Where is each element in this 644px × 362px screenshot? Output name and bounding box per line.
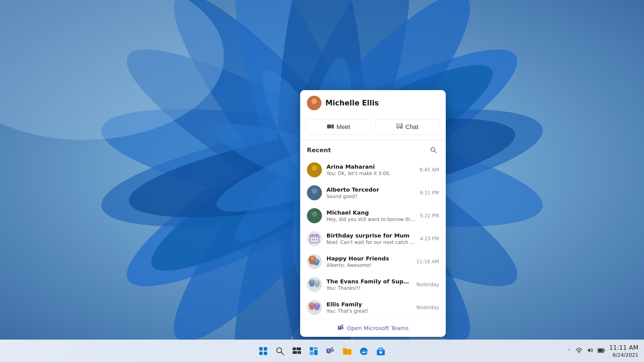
chat-preview: Alberto: Awesome! [326,262,412,268]
svg-text:T: T [328,349,330,352]
svg-point-61 [310,306,314,310]
svg-rect-67 [259,347,263,351]
chat-name: Arina Maharani [326,163,415,170]
chat-info: Alberto Tercedor Sound good? [326,186,416,199]
chat-time: 5:22 PM [420,213,439,218]
chat-avatar [307,162,322,177]
chat-info: The Evans Family of Supers You: Thanks!!… [326,278,411,291]
chat-info: Birthday surprise for Mum Noel: Can't wa… [326,232,416,245]
svg-rect-70 [264,352,267,355]
svg-rect-38 [310,235,319,238]
chat-avatar [307,300,322,315]
store-button[interactable] [374,344,388,358]
svg-point-46 [311,257,314,260]
chat-info: Michael Kang Hey, did you still want to … [326,209,416,222]
open-teams-button[interactable]: T Open Microsoft Teams [300,319,446,337]
panel-user-name: Michelle Ellis [325,99,379,107]
svg-rect-75 [293,351,297,354]
svg-point-54 [310,283,314,287]
recent-title: Recent [307,147,331,154]
chat-item[interactable]: Arina Maharani You: OK, let's make it 3:… [300,158,446,181]
chat-item[interactable]: The Evans Family of Supers You: Thanks!!… [300,273,446,296]
recent-section: Recent Arina M [300,140,446,319]
svg-rect-88 [604,350,605,351]
teams-logo-icon: T [337,324,344,332]
svg-point-53 [311,280,313,283]
teams-chat-taskbar-button[interactable]: T [323,344,338,358]
svg-marker-22 [332,124,334,129]
start-button[interactable] [256,344,270,358]
svg-point-29 [312,165,317,171]
svg-rect-74 [297,347,301,350]
chat-button[interactable]: Chat [375,119,440,135]
svg-line-27 [434,151,436,153]
svg-rect-77 [310,347,313,351]
svg-point-60 [311,303,313,305]
recent-header: Recent [300,140,446,158]
edge-button[interactable] [357,344,371,358]
chat-preview: Noel: Can't wait for our next catch up! [326,239,416,245]
desktop: Michelle Ellis Meet [0,0,644,362]
chat-name: Happy Hour Friends [326,255,412,262]
svg-point-57 [315,284,319,287]
chat-info: Ellis Family You: That's great! [326,301,411,314]
chat-item[interactable]: Michael Kang Hey, did you still want to … [300,204,446,227]
notification-chevron[interactable]: ⌃ [567,348,571,354]
avatar-image [307,96,321,110]
svg-point-63 [316,303,318,306]
chat-name: Birthday surprise for Mum [326,232,416,239]
chat-label: Chat [405,123,418,131]
taskbar: T [0,340,644,362]
chat-preview: Sound good? [326,194,416,199]
widgets-button[interactable] [306,344,321,358]
task-view-button[interactable] [290,344,304,358]
chat-item[interactable]: Happy Hour Friends Alberto: Awesome! 11:… [300,250,446,273]
svg-point-35 [312,211,317,217]
svg-point-49 [315,259,318,262]
file-explorer-button[interactable] [340,344,354,358]
chat-name: Alberto Tercedor [326,186,416,193]
chat-time: 11:16 AM [416,259,439,264]
meet-label: Meet [337,123,350,131]
chat-avatar [307,185,322,200]
svg-rect-87 [598,349,603,352]
chat-avatar [307,277,322,292]
system-clock[interactable]: 11:11 AM 6/24/2021 [609,344,638,358]
svg-point-19 [311,98,317,104]
wifi-icon[interactable] [576,347,582,354]
chat-time: Yesterday [416,305,439,310]
search-taskbar-button[interactable] [273,344,287,358]
chat-info: Happy Hour Friends Alberto: Awesome! [326,255,412,268]
svg-rect-68 [264,347,267,351]
chat-time: 4:23 PM [420,236,439,241]
speaker-icon[interactable] [587,347,593,355]
svg-point-64 [315,307,319,310]
svg-rect-80 [314,350,318,355]
svg-rect-69 [259,352,263,355]
taskbar-icons: T [256,344,388,358]
chat-item[interactable]: Ellis Family You: That's great! Yesterda… [300,296,446,319]
system-tray: ⌃ [567,344,638,358]
chat-info: Arina Maharani You: OK, let's make it 3:… [326,163,415,176]
chat-item[interactable]: Birthday surprise for Mum Noel: Can't wa… [300,227,446,250]
svg-rect-65 [341,326,344,329]
svg-point-41 [312,239,313,240]
svg-rect-78 [314,347,318,349]
video-icon [327,123,334,131]
chat-avatar-calendar [307,231,322,246]
chat-avatar [307,208,322,223]
action-buttons-row: Meet Chat [300,115,446,139]
chat-name: The Evans Family of Supers [326,278,411,285]
chat-time: 8:45 AM [419,167,439,173]
svg-rect-76 [298,351,301,354]
chat-panel: Michelle Ellis Meet [300,90,446,337]
chat-time: 6:11 PM [420,190,439,196]
svg-rect-79 [310,351,314,355]
chat-preview: You: Thanks!!! [326,285,411,291]
chat-item[interactable]: Alberto Tercedor Sound good? 6:11 PM [300,181,446,204]
meet-button[interactable]: Meet [306,119,371,135]
search-button[interactable] [428,144,439,156]
open-teams-label: Open Microsoft Teams [347,325,409,332]
clock-date: 6/24/2021 [609,352,638,358]
battery-icon[interactable] [598,347,605,354]
